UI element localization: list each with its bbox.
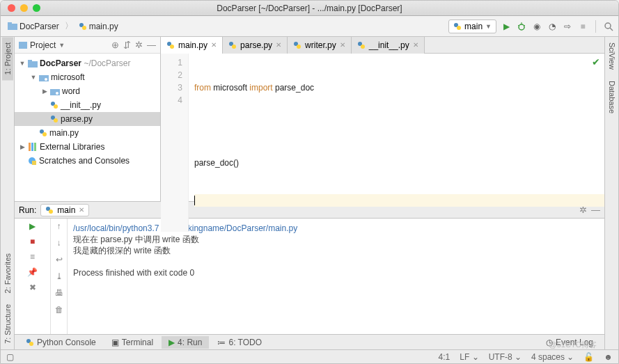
tree-node-root[interactable]: ▼ DocParser ~/DocParser	[15, 56, 160, 70]
status-bar: ▢ 4:1 LF ⌄ UTF-8 ⌄ 4 spaces ⌄ 🔓 ☻	[1, 349, 618, 363]
terminal-tab[interactable]: ▣ Terminal	[104, 336, 160, 349]
scroll-to-end-button[interactable]: ⤓	[56, 271, 63, 281]
project-tool-tab[interactable]: 1: Project	[2, 37, 13, 80]
editor-tab-main[interactable]: main.py ✕	[161, 37, 223, 54]
breadcrumb-file[interactable]: main.py	[76, 20, 121, 33]
indent-label: 4 spaces	[531, 352, 565, 362]
file-encoding[interactable]: UTF-8 ⌄	[489, 352, 522, 362]
breadcrumb-root[interactable]: DocParser	[5, 20, 62, 33]
run-header-title: Run:	[19, 205, 36, 215]
close-button[interactable]: ✖	[27, 283, 38, 292]
svg-point-39	[49, 209, 53, 214]
tree-node-scratches[interactable]: Scratches and Consoles	[15, 154, 160, 168]
run-tab[interactable]: ▶ 4: Run	[162, 336, 209, 349]
tree-node-init[interactable]: __init__.py	[15, 98, 160, 112]
sciview-tool-tab[interactable]: SciView	[606, 37, 618, 75]
project-header-label: Project	[30, 40, 56, 50]
settings-button[interactable]: ✲	[135, 40, 143, 50]
tree-node-main[interactable]: main.py	[15, 126, 160, 140]
close-tab-button[interactable]: ✕	[211, 41, 217, 49]
rerun-button[interactable]: ▶	[27, 221, 38, 231]
line-number: 1	[161, 56, 182, 69]
tree-label: main.py	[49, 128, 79, 138]
clear-button[interactable]: 🗑	[55, 305, 63, 315]
svg-rect-29	[32, 161, 36, 165]
svg-rect-26	[31, 143, 33, 151]
tree-label: parse.py	[61, 114, 93, 124]
print-button[interactable]: 🖶	[55, 288, 63, 298]
editor-body[interactable]: 1 2 3 4 from microsoft import parse_doc …	[161, 54, 604, 232]
python-icon	[26, 338, 34, 347]
line-number: 2	[161, 69, 182, 81]
scratches-icon	[28, 157, 37, 166]
tree-label: word	[62, 86, 80, 96]
libraries-icon	[28, 143, 38, 151]
event-log-icon: ◷	[546, 338, 553, 347]
project-icon	[19, 42, 27, 49]
collapse-all-button[interactable]: ⇵	[123, 40, 131, 50]
run-config-selector[interactable]: main ▼	[448, 19, 496, 33]
code-area[interactable]: from microsoft import parse_doc parse_do…	[189, 54, 604, 232]
profile-button[interactable]: ◔	[547, 21, 558, 32]
python-file-icon	[293, 41, 301, 49]
python-console-tab[interactable]: Python Console	[19, 336, 103, 349]
indent-config[interactable]: 4 spaces ⌄	[531, 352, 574, 362]
project-view-selector[interactable]: Project ▼	[19, 40, 107, 50]
close-tab-button[interactable]: ✕	[340, 41, 345, 49]
tree-root-path: ~/DocParser	[84, 58, 130, 68]
scroll-down-button[interactable]: ↓	[57, 238, 61, 248]
attach-button[interactable]: ⇨	[562, 21, 573, 32]
python-file-icon	[50, 115, 58, 123]
scroll-up-button[interactable]: ↑	[57, 221, 61, 231]
tree-node-external-libraries[interactable]: ▶ External Libraries	[15, 140, 160, 154]
hide-button[interactable]: —	[147, 40, 156, 50]
editor-tabs: main.py ✕ parse.py ✕ writer.py ✕	[161, 37, 604, 54]
coverage-button[interactable]: ◉	[531, 21, 542, 32]
editor-tab-parse[interactable]: parse.py ✕	[223, 37, 288, 54]
encoding-label: UTF-8	[489, 352, 512, 362]
close-tab-button[interactable]: ✕	[276, 41, 281, 49]
inspection-ok-icon[interactable]: ✔	[592, 56, 600, 68]
console-output[interactable]: /usr/local/bin/python3.7 /Users/kingname…	[68, 219, 604, 334]
run-button[interactable]: ▶	[501, 21, 512, 32]
line-separator[interactable]: LF ⌄	[460, 352, 478, 362]
event-log-tab[interactable]: ◷ Event Log	[539, 336, 600, 349]
editor-tab-writer[interactable]: writer.py ✕	[288, 37, 352, 54]
stop-button[interactable]: ■	[577, 21, 588, 32]
run-output-gutter: ↑ ↓ ↩ ⤓ 🖶 🗑	[51, 219, 68, 334]
tree-node-parse[interactable]: parse.py	[15, 112, 160, 126]
caret-position[interactable]: 4:1	[439, 352, 450, 362]
todo-tab[interactable]: ≔ 6: TODO	[210, 336, 269, 349]
tree-node-word[interactable]: ▶ word	[15, 84, 160, 98]
tab-label: writer.py	[305, 40, 336, 50]
editor-tab-init[interactable]: __init__.py ✕	[352, 37, 425, 54]
quick-access-button[interactable]: ▢	[6, 352, 14, 362]
svg-point-31	[170, 45, 174, 49]
scroll-from-source-button[interactable]: ⊕	[111, 40, 119, 50]
structure-tool-tab[interactable]: 7: Structure	[2, 299, 13, 349]
soft-wrap-button[interactable]: ↩	[56, 255, 63, 264]
run-session-tab[interactable]: main ✕	[40, 204, 89, 216]
pin-button[interactable]: 📌	[27, 267, 38, 277]
stop-process-button[interactable]: ■	[27, 237, 38, 246]
close-tab-button[interactable]: ✕	[413, 41, 418, 49]
search-everywhere-button[interactable]	[603, 21, 614, 32]
close-session-button[interactable]: ✕	[79, 206, 84, 214]
folder-icon	[28, 60, 38, 68]
favorites-tool-tab[interactable]: 2: Favorites	[2, 248, 13, 299]
inspection-profile-button[interactable]: ☻	[604, 352, 613, 362]
svg-point-16	[45, 78, 47, 81]
svg-point-10	[605, 23, 611, 29]
project-panel: Project ▼ ⊕ ⇵ ✲ — ▼ DocParser ~/DocParse…	[15, 37, 161, 201]
tree-node-microsoft[interactable]: ▼ microsoft	[15, 70, 160, 84]
layout-button[interactable]: ≡	[27, 252, 38, 262]
debug-button[interactable]	[516, 21, 527, 32]
separator	[595, 20, 596, 33]
database-tool-tab[interactable]: Database	[606, 75, 618, 119]
svg-line-11	[610, 28, 613, 31]
readonly-toggle[interactable]: 🔓	[583, 352, 594, 362]
caret	[194, 196, 195, 205]
svg-point-22	[54, 118, 58, 122]
tree-label: External Libraries	[40, 142, 104, 152]
svg-point-35	[297, 45, 301, 49]
